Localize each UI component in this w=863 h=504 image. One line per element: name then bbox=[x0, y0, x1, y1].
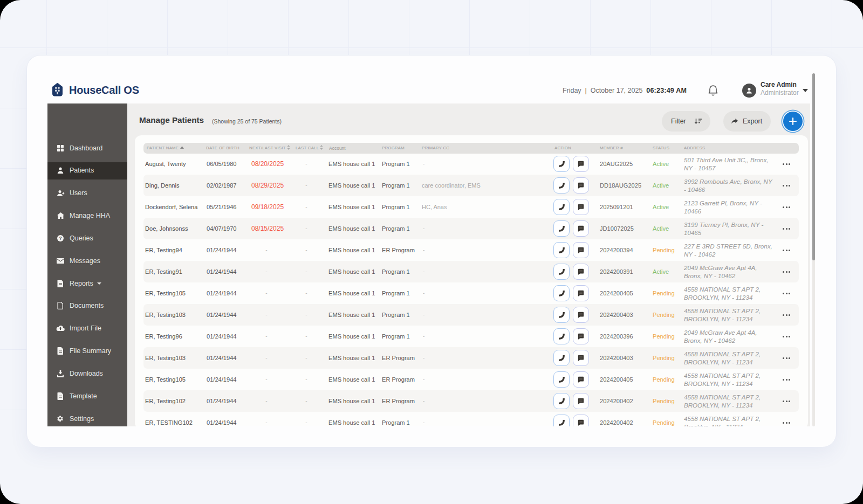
svg-text:?: ? bbox=[59, 236, 61, 241]
